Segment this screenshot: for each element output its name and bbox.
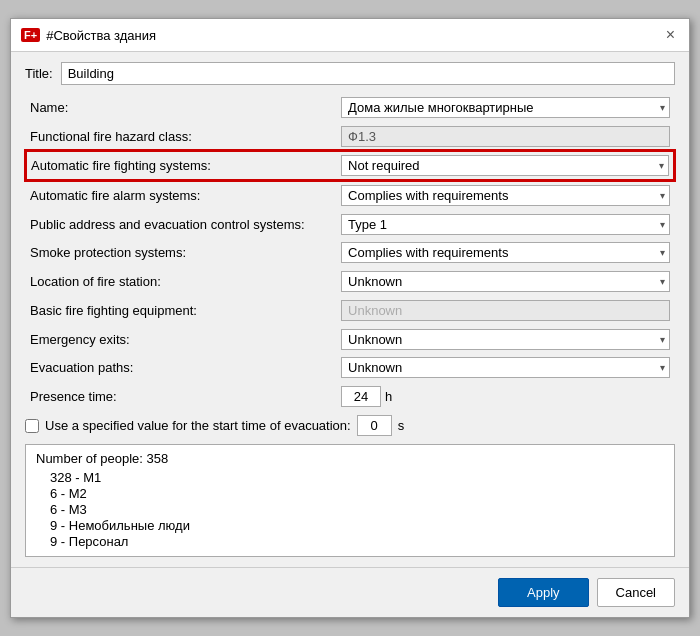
list-item: 328 - M1 xyxy=(50,470,664,485)
title-bar: F+ #Свойства здания × xyxy=(11,19,689,52)
row-value: Дома жилые многоквартирные ▾ xyxy=(337,93,674,122)
title-bar-left: F+ #Свойства здания xyxy=(21,28,156,43)
row-value: Ф1.3 xyxy=(337,122,674,152)
title-row: Title: xyxy=(25,62,675,85)
evac-checkbox[interactable] xyxy=(25,419,39,433)
apply-button[interactable]: Apply xyxy=(498,578,589,607)
public-address-select-wrapper[interactable]: Type 1 ▾ xyxy=(341,214,670,235)
table-row: Emergency exits: Unknown ▾ xyxy=(26,325,674,354)
presence-value-cell: h xyxy=(337,382,674,411)
row-label: Emergency exits: xyxy=(26,325,337,354)
title-input[interactable] xyxy=(61,62,675,85)
name-select-wrapper[interactable]: Дома жилые многоквартирные ▾ xyxy=(341,97,670,118)
table-row: Basic fire fighting equipment: Unknown xyxy=(26,296,674,325)
properties-table: Name: Дома жилые многоквартирные ▾ Funct… xyxy=(25,93,675,411)
public-address-select[interactable]: Type 1 xyxy=(342,215,669,234)
evac-paths-select-wrapper[interactable]: Unknown ▾ xyxy=(341,357,670,378)
presence-unit: h xyxy=(385,389,392,404)
list-item: 6 - M3 xyxy=(50,502,664,517)
row-value: Not required ▾ xyxy=(337,151,674,180)
table-row: Presence time: h xyxy=(26,382,674,411)
presence-label: Presence time: xyxy=(26,382,337,411)
people-list: 328 - M1 6 - M2 6 - M3 9 - Немобильные л… xyxy=(36,470,664,549)
emergency-exits-select-wrapper[interactable]: Unknown ▾ xyxy=(341,329,670,350)
table-row-highlighted: Automatic fire fighting systems: Not req… xyxy=(26,151,674,180)
list-item: 9 - Немобильные люди xyxy=(50,518,664,533)
row-label: Functional fire hazard class: xyxy=(26,122,337,152)
dialog-content: Title: Name: Дома жилые многоквартирные … xyxy=(11,52,689,567)
evac-paths-select[interactable]: Unknown xyxy=(342,358,669,377)
fire-station-select[interactable]: Unknown xyxy=(342,272,669,291)
row-value: Complies with requirements ▾ xyxy=(337,239,674,268)
row-label: Location of fire station: xyxy=(26,267,337,296)
row-label: Automatic fire alarm systems: xyxy=(26,180,337,210)
alarm-select[interactable]: Complies with requirements xyxy=(342,186,669,205)
evac-label: Use a specified value for the start time… xyxy=(45,418,351,433)
table-row: Functional fire hazard class: Ф1.3 xyxy=(26,122,674,152)
row-label: Smoke protection systems: xyxy=(26,239,337,268)
name-select[interactable]: Дома жилые многоквартирные xyxy=(342,98,669,117)
dialog-footer: Apply Cancel xyxy=(11,567,689,617)
equipment-field: Unknown xyxy=(341,300,670,321)
table-row: Location of fire station: Unknown ▾ xyxy=(26,267,674,296)
row-label: Public address and evacuation control sy… xyxy=(26,210,337,239)
row-value: Type 1 ▾ xyxy=(337,210,674,239)
row-label: Basic fire fighting equipment: xyxy=(26,296,337,325)
row-label: Automatic fire fighting systems: xyxy=(26,151,337,180)
presence-row: h xyxy=(341,386,670,407)
title-field-label: Title: xyxy=(25,66,53,81)
evac-row: Use a specified value for the start time… xyxy=(25,411,675,440)
alarm-select-wrapper[interactable]: Complies with requirements ▾ xyxy=(341,185,670,206)
table-row: Smoke protection systems: Complies with … xyxy=(26,239,674,268)
evac-time-input[interactable] xyxy=(357,415,392,436)
table-row: Evacuation paths: Unknown ▾ xyxy=(26,353,674,382)
table-row: Name: Дома жилые многоквартирные ▾ xyxy=(26,93,674,122)
hazard-class-field: Ф1.3 xyxy=(341,126,670,147)
smoke-select[interactable]: Complies with requirements xyxy=(342,243,669,262)
cancel-button[interactable]: Cancel xyxy=(597,578,675,607)
table-row: Automatic fire alarm systems: Complies w… xyxy=(26,180,674,210)
people-section-title: Number of people: 358 xyxy=(36,451,664,466)
row-value: Complies with requirements ▾ xyxy=(337,180,674,210)
fire-station-select-wrapper[interactable]: Unknown ▾ xyxy=(341,271,670,292)
people-section: Number of people: 358 328 - M1 6 - M2 6 … xyxy=(25,444,675,557)
dialog-title: #Свойства здания xyxy=(46,28,156,43)
close-button[interactable]: × xyxy=(662,25,679,45)
evac-unit: s xyxy=(398,418,405,433)
row-value: Unknown ▾ xyxy=(337,353,674,382)
table-row: Public address and evacuation control sy… xyxy=(26,210,674,239)
smoke-select-wrapper[interactable]: Complies with requirements ▾ xyxy=(341,242,670,263)
firefighting-select[interactable]: Not required xyxy=(342,156,668,175)
row-value: Unknown ▾ xyxy=(337,267,674,296)
presence-input[interactable] xyxy=(341,386,381,407)
list-item: 6 - M2 xyxy=(50,486,664,501)
firefighting-select-wrapper[interactable]: Not required ▾ xyxy=(341,155,669,176)
dialog-window: F+ #Свойства здания × Title: Name: Дома … xyxy=(10,18,690,618)
list-item: 9 - Персонал xyxy=(50,534,664,549)
row-value: Unknown xyxy=(337,296,674,325)
row-label: Name: xyxy=(26,93,337,122)
row-value: Unknown ▾ xyxy=(337,325,674,354)
row-label: Evacuation paths: xyxy=(26,353,337,382)
emergency-exits-select[interactable]: Unknown xyxy=(342,330,669,349)
app-icon: F+ xyxy=(21,28,40,42)
